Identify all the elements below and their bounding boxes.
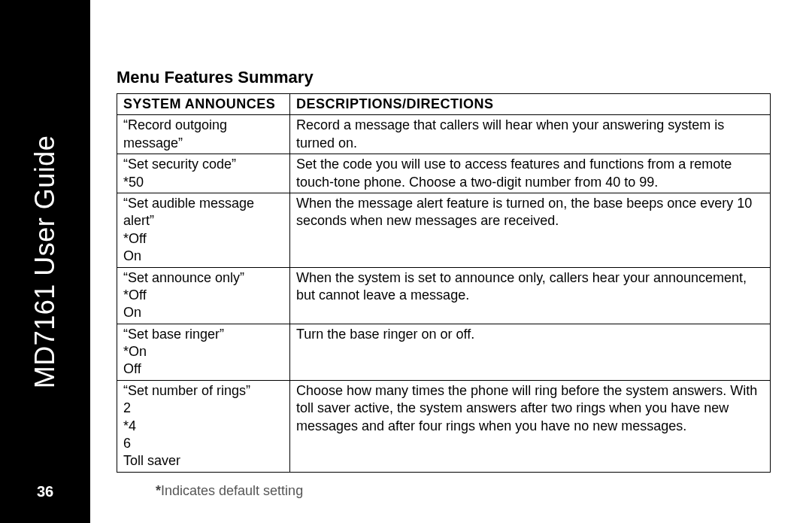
table-cell: “Set audible message alert” *Off On <box>117 193 290 267</box>
table-cell: “Set announce only” *Off On <box>117 267 290 324</box>
table-cell: When the system is set to announce only,… <box>290 267 771 324</box>
page-number: 36 <box>37 483 53 500</box>
sidebar: MD7161 User Guide 36 <box>0 0 90 523</box>
table-row: “Record outgoing message” Record a messa… <box>117 115 771 154</box>
table-cell: “Set security code” *50 <box>117 154 290 193</box>
table-header-row: SYSTEM ANNOUNCES DESCRIPTIONS/DIRECTIONS <box>117 94 771 115</box>
table-cell: “Set number of rings” 2 *4 6 Toll saver <box>117 380 290 472</box>
table-row: “Set base ringer” *On Off Turn the base … <box>117 324 771 380</box>
table-cell: Set the code you will use to access feat… <box>290 154 771 193</box>
document-title: MD7161 User Guide <box>29 135 61 388</box>
footnote-asterisk: * <box>156 483 161 498</box>
table-cell: Turn the base ringer on or off. <box>290 324 771 380</box>
table-row: “Set number of rings” 2 *4 6 Toll saver … <box>117 380 771 472</box>
table-cell: “Record outgoing message” <box>117 115 290 154</box>
table-cell: When the message alert feature is turned… <box>290 193 771 267</box>
footnote: *Indicates default setting <box>117 483 771 499</box>
table-row: “Set announce only” *Off On When the sys… <box>117 267 771 324</box>
table-header-col2: DESCRIPTIONS/DIRECTIONS <box>290 94 771 115</box>
table-cell: “Set base ringer” *On Off <box>117 324 290 380</box>
table-row: “Set security code” *50 Set the code you… <box>117 154 771 193</box>
table-row: “Set audible message alert” *Off On When… <box>117 193 771 267</box>
table-cell: Record a message that callers will hear … <box>290 115 771 154</box>
footnote-text: Indicates default setting <box>161 483 303 498</box>
table-cell: Choose how many times the phone will rin… <box>290 380 771 472</box>
page-content: Menu Features Summary SYSTEM ANNOUNCES D… <box>90 0 812 523</box>
menu-features-table: SYSTEM ANNOUNCES DESCRIPTIONS/DIRECTIONS… <box>117 93 771 473</box>
table-header-col1: SYSTEM ANNOUNCES <box>117 94 290 115</box>
section-heading: Menu Features Summary <box>117 68 771 87</box>
